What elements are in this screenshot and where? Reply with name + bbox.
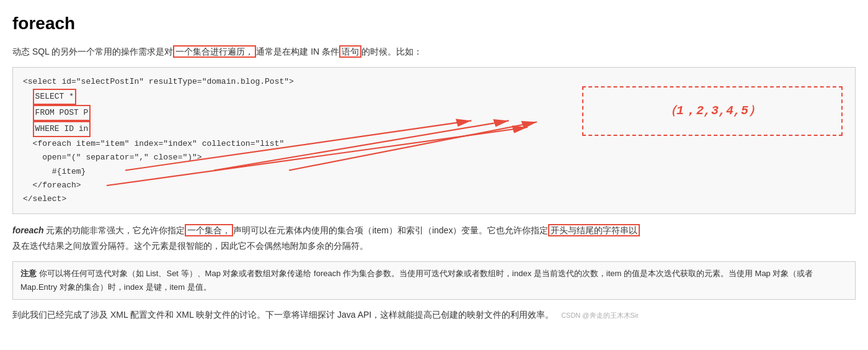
intro-highlight1: 一个集合进行遍历， [173,45,256,58]
footer-text: 到此我们已经完成了涉及 XML 配置文件和 XML 映射文件的讨论。下一章将详细… [12,310,554,320]
code-line-6: open="(" separator="," close=")"> [23,151,845,164]
page-title: foreach [12,10,856,38]
code-line-9: </select> [23,192,845,206]
foreach-label: foreach [12,225,44,235]
footer-paragraph: 到此我们已经完成了涉及 XML 配置文件和 XML 映射文件的讨论。下一章将详细… [12,307,856,323]
code-section: <select id="selectPostIn" resultType="do… [12,67,856,214]
watermark: CSDN @奔走的王木木Sir [561,312,639,319]
desc-highlight1: 一个集合， [185,224,233,236]
desc-paragraph: foreach 元素的功能非常强大，它允许你指定一个集合，声明可以在元素体内使用… [12,223,856,254]
desc-text3: 声明可以在元素体内使用的集合项（item）和索引（index）变量。它也允许你指… [233,225,548,235]
code-line-8: </foreach> [23,179,845,192]
dashed-values-box: （1，2,3,4,5） [582,86,843,136]
desc-highlight2: 开头与结尾的字符串以 [548,224,640,236]
note-label: 注意 [20,269,37,278]
note-box: 注意 你可以将任何可迭代对象（如 List、Set 等）、Map 对象或者数组对… [12,261,856,300]
code-line-7: #{item} [23,165,845,179]
select-highlight: SELECT * [33,89,76,105]
from-highlight: FROM POST P [33,105,91,121]
intro-text3: 的时候。比如： [361,47,422,56]
desc-text4: 这个元素是很智能的，因此它不会偶然地附加多余的分隔符。 [134,241,368,251]
intro-highlight2: 语句 [339,45,361,58]
values-text: （1，2,3,4,5） [664,101,761,122]
code-block: <select id="selectPostIn" resultType="do… [12,67,856,214]
intro-text2: 通常是在构建 IN 条件 [256,47,339,56]
desc-text2: 元素的功能非常强大，它允许你指定 [44,225,185,235]
intro-text1: 动态 SQL 的另外一个常用的操作需求是对 [12,47,173,56]
where-highlight: WHERE ID in [33,121,91,137]
intro-paragraph: 动态 SQL 的另外一个常用的操作需求是对一个集合进行遍历，通常是在构建 IN … [12,44,856,60]
code-line-5: <foreach item="item" index="index" colle… [23,137,845,151]
note-text: 你可以将任何可迭代对象（如 List、Set 等）、Map 对象或者数组对象传递… [20,269,813,292]
desc-newline: 及在迭代结果之间放置分隔符。 [12,241,134,251]
